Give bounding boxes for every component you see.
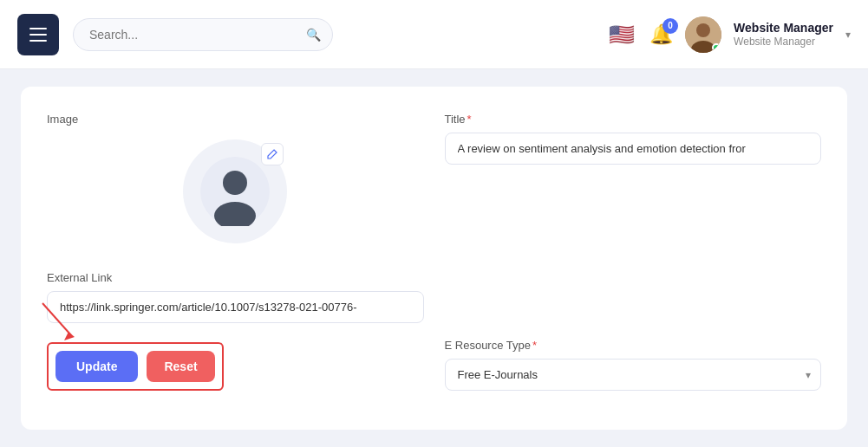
form-card: Image — [21, 87, 847, 430]
resource-type-select[interactable]: Free E-Journals E-Books Databases Journa… — [445, 359, 822, 391]
external-link-input[interactable] — [47, 291, 424, 323]
update-button[interactable]: Update — [55, 351, 138, 382]
title-group: Title* — [445, 113, 822, 250]
external-link-group: External Link Update Reset — [47, 271, 424, 391]
user-info: Website Manager Website Manager — [734, 20, 833, 49]
user-role: Website Manager — [734, 36, 833, 49]
user-name: Website Manager — [734, 20, 833, 36]
edit-image-button[interactable] — [261, 143, 284, 165]
resource-type-select-wrapper: Free E-Journals E-Books Databases Journa… — [445, 359, 822, 391]
notification-bell-wrapper[interactable]: 🔔 0 — [649, 23, 673, 46]
us-flag-icon: 🇺🇸 — [609, 24, 635, 45]
main-content: Image — [0, 69, 868, 447]
person-avatar-icon — [200, 157, 270, 226]
reset-button[interactable]: Reset — [147, 351, 214, 382]
hamburger-line-3 — [29, 40, 47, 42]
resource-type-group: E Resource Type* Free E-Journals E-Books… — [445, 339, 822, 391]
avatar — [685, 16, 721, 53]
form-top-row: Image — [47, 113, 821, 250]
title-input[interactable] — [445, 133, 822, 165]
menu-button[interactable] — [17, 14, 59, 55]
svg-marker-7 — [64, 332, 75, 340]
hamburger-line-1 — [29, 28, 47, 29]
form-bottom-row: External Link Update Reset — [47, 271, 821, 391]
external-link-label: External Link — [47, 271, 424, 284]
action-buttons-row: Update Reset — [47, 342, 224, 391]
svg-point-1 — [696, 23, 710, 37]
resource-type-label: E Resource Type* — [445, 339, 822, 352]
notification-badge: 0 — [662, 18, 678, 34]
chevron-down-icon[interactable]: ▾ — [845, 29, 851, 41]
language-flag[interactable]: 🇺🇸 — [606, 19, 637, 50]
search-icon: 🔍 — [306, 28, 321, 42]
image-container — [183, 139, 287, 243]
header: 🔍 🇺🇸 🔔 0 Website Manager Website Manager — [0, 0, 868, 69]
image-section: Image — [47, 113, 424, 250]
header-right: 🇺🇸 🔔 0 Website Manager Website Manager ▾ — [606, 16, 851, 53]
image-label: Image — [47, 113, 424, 126]
pencil-icon — [267, 149, 277, 159]
search-wrapper: 🔍 — [73, 18, 333, 51]
online-status-dot — [712, 43, 721, 52]
search-input[interactable] — [73, 18, 333, 51]
svg-point-4 — [223, 171, 247, 195]
hamburger-line-2 — [29, 34, 47, 36]
title-label: Title* — [445, 113, 822, 126]
